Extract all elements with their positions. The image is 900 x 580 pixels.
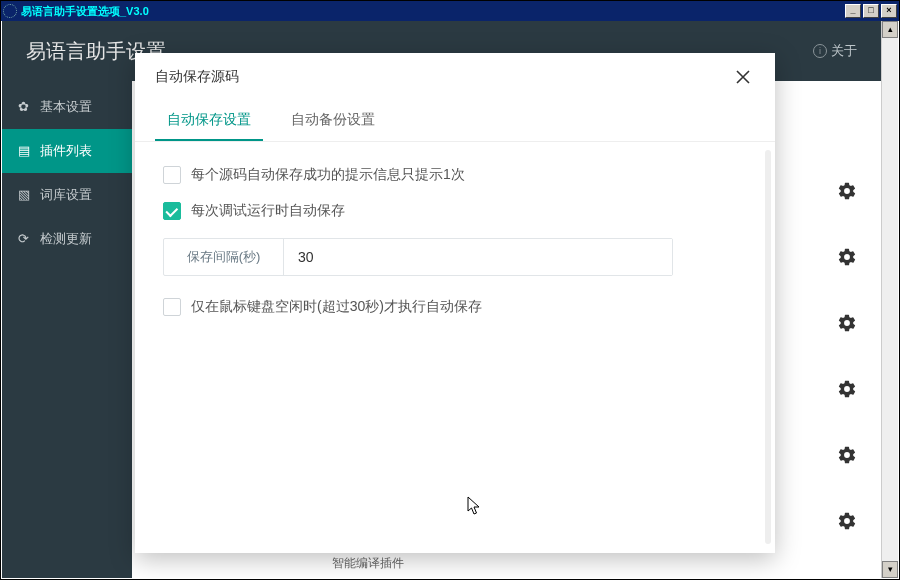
close-icon: [735, 69, 751, 85]
scroll-track[interactable]: [882, 38, 898, 561]
tab-autobackup-settings[interactable]: 自动备份设置: [279, 101, 387, 141]
vertical-scrollbar[interactable]: ▴ ▾: [881, 21, 898, 578]
autosave-modal: 自动保存源码 自动保存设置 自动备份设置 每个源码: [135, 53, 775, 553]
checkbox-label: 每次调试运行时自动保存: [191, 202, 345, 220]
save-interval-field: 保存间隔(秒): [163, 238, 673, 276]
modal-title: 自动保存源码: [155, 68, 239, 86]
checkbox-label: 仅在鼠标键盘空闲时(超过30秒)才执行自动保存: [191, 298, 482, 316]
window-close-button[interactable]: ×: [881, 4, 897, 18]
tab-label: 自动保存设置: [167, 111, 251, 127]
interval-input[interactable]: [284, 239, 672, 275]
checkbox-save-on-debug[interactable]: [163, 202, 181, 220]
modal-close-button[interactable]: [731, 65, 755, 89]
window-maximize-button[interactable]: □: [863, 4, 879, 18]
scroll-up-icon[interactable]: ▴: [882, 21, 898, 38]
tab-label: 自动备份设置: [291, 111, 375, 127]
checkbox-only-idle[interactable]: [163, 298, 181, 316]
checkbox-label: 每个源码自动保存成功的提示信息只提示1次: [191, 166, 465, 184]
window-icon: [3, 4, 17, 18]
modal-tabs: 自动保存设置 自动备份设置: [135, 101, 775, 142]
interval-label: 保存间隔(秒): [164, 239, 284, 275]
scroll-down-icon[interactable]: ▾: [882, 561, 898, 578]
window-minimize-button[interactable]: _: [845, 4, 861, 18]
window-titlebar: 易语言助手设置选项_V3.0 _ □ ×: [1, 1, 899, 21]
checkbox-prompt-once[interactable]: [163, 166, 181, 184]
tab-autosave-settings[interactable]: 自动保存设置: [155, 101, 263, 141]
window-title: 易语言助手设置选项_V3.0: [21, 4, 149, 19]
